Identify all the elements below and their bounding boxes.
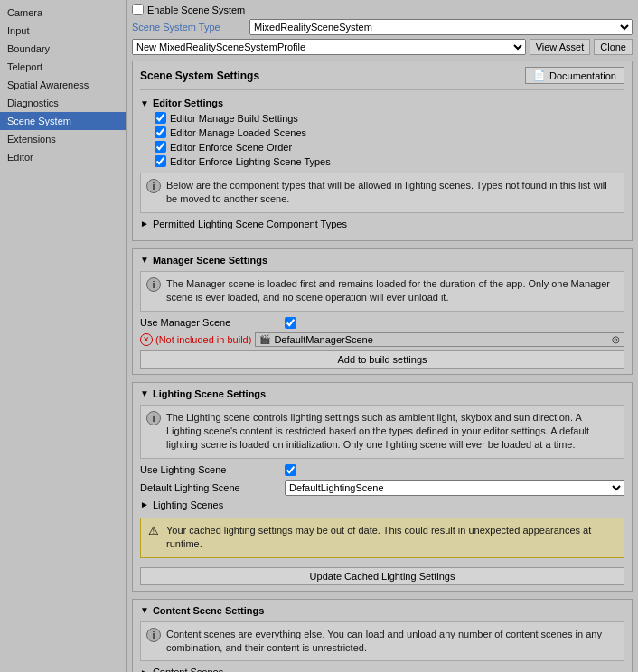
target-icon[interactable]: ◎ (612, 334, 620, 344)
info-icon-3: i (146, 411, 161, 425)
info-icon-2: i (146, 277, 161, 292)
lighting-scenes-label: Lighting Scenes (153, 499, 223, 510)
scene-system-settings-box: Scene System Settings 📄 Documentation ▼ … (132, 61, 633, 241)
manage-loaded-checkbox[interactable] (155, 126, 166, 138)
manager-settings-label: Manager Scene Settings (153, 255, 267, 266)
default-manager-scene-field: 🎬 DefaultManagerScene ◎ (255, 332, 624, 347)
scene-system-type-label: Scene System Type (132, 22, 249, 33)
editor-settings-label: Editor Settings (153, 98, 223, 108)
editor-settings-subsection: ▼ Editor Settings Editor Manage Build Se… (140, 98, 624, 229)
content-scene-settings-header[interactable]: ▼ Content Scene Settings (140, 605, 624, 616)
lighting-scenes-arrow: ► (140, 499, 149, 509)
clone-button[interactable]: Clone (594, 39, 633, 55)
doc-button-label: Documentation (549, 70, 616, 81)
sidebar-item-spatial-awareness[interactable]: Spatial Awareness (0, 76, 126, 94)
enforce-order-row: Editor Enforce Scene Order (155, 141, 624, 153)
permitted-arrow: ► (140, 219, 149, 229)
view-asset-button[interactable]: View Asset (530, 39, 591, 55)
enforce-lighting-row: Editor Enforce Lighting Scene Types (155, 155, 624, 167)
main-panel: Enable Scene System Scene System Type Mi… (127, 0, 638, 672)
content-scenes-arrow: ► (140, 667, 149, 672)
enforce-lighting-checkbox[interactable] (155, 155, 166, 167)
warn-text: Your cached lighting settings may be out… (166, 524, 618, 552)
default-lighting-select[interactable]: DefaultLightingScene (285, 480, 624, 496)
documentation-button[interactable]: 📄 Documentation (525, 67, 624, 84)
default-lighting-label: Default Lighting Scene (140, 482, 285, 493)
enable-scene-system-label: Enable Scene System (147, 5, 245, 15)
enforce-order-label: Editor Enforce Scene Order (170, 142, 292, 153)
content-info-box: i Content scenes are everything else. Yo… (140, 621, 624, 662)
editor-settings-arrow: ▼ (140, 98, 149, 108)
scene-system-settings-header: Scene System Settings 📄 Documentation (140, 67, 624, 84)
info-icon-4: i (146, 628, 161, 642)
sidebar-item-input[interactable]: Input (0, 22, 126, 40)
manager-info-box: i The Manager scene is loaded first and … (140, 271, 624, 312)
scene-icon: 🎬 (259, 334, 270, 344)
content-info-text: Content scenes are everything else. You … (166, 628, 618, 656)
scene-system-settings-title: Scene System Settings (140, 70, 259, 82)
sidebar-item-camera[interactable]: Camera (0, 4, 126, 22)
content-scenes-row[interactable]: ► Content Scenes (140, 667, 624, 672)
use-manager-row: Use Manager Scene (140, 317, 624, 329)
enforce-order-checkbox[interactable] (155, 141, 166, 153)
not-included-badge: ✕ (Not included in build) (140, 333, 251, 346)
sidebar-item-extensions[interactable]: Extensions (0, 130, 126, 148)
use-manager-label: Use Manager Scene (140, 317, 285, 328)
scene-system-type-select[interactable]: MixedRealitySceneSystem (249, 19, 633, 35)
default-lighting-row: Default Lighting Scene DefaultLightingSc… (140, 480, 624, 496)
add-build-button[interactable]: Add to build settings (140, 350, 624, 369)
manage-loaded-row: Editor Manage Loaded Scenes (155, 126, 624, 138)
manager-scene-settings-box: ▼ Manager Scene Settings i The Manager s… (132, 248, 633, 375)
sidebar-item-scene-system[interactable]: Scene System (0, 112, 126, 130)
divider-1 (140, 89, 624, 90)
manage-build-row: Editor Manage Build Settings (155, 112, 624, 124)
sidebar-item-diagnostics[interactable]: Diagnostics (0, 94, 126, 112)
lighting-scene-info-text: The Lighting scene controls lighting set… (166, 411, 618, 453)
lighting-scene-settings-header[interactable]: ▼ Lighting Scene Settings (140, 388, 624, 399)
use-manager-checkbox[interactable] (285, 317, 296, 329)
content-settings-arrow: ▼ (140, 605, 149, 615)
not-included-row: ✕ (Not included in build) 🎬 DefaultManag… (140, 332, 624, 347)
sidebar: CameraInputBoundaryTeleportSpatial Aware… (0, 0, 127, 672)
info-icon-1: i (146, 179, 161, 193)
use-lighting-checkbox[interactable] (285, 464, 296, 476)
use-lighting-row: Use Lighting Scene (140, 464, 624, 476)
enable-scene-system-checkbox[interactable] (132, 4, 144, 15)
manage-build-label: Editor Manage Build Settings (170, 113, 298, 124)
manager-scene-settings-header[interactable]: ▼ Manager Scene Settings (140, 255, 624, 266)
sidebar-item-editor[interactable]: Editor (0, 148, 126, 166)
scene-system-type-row: Scene System Type MixedRealitySceneSyste… (132, 19, 633, 35)
profile-row: New MixedRealitySceneSystemProfile View … (132, 39, 633, 55)
enforce-lighting-label: Editor Enforce Lighting Scene Types (170, 156, 331, 167)
lighting-scene-settings-box: ▼ Lighting Scene Settings i The Lighting… (132, 382, 633, 592)
permitted-label: Permitted Lighting Scene Component Types (153, 219, 347, 229)
profile-select[interactable]: New MixedRealitySceneSystemProfile (132, 39, 526, 55)
default-lighting-dropdown[interactable]: DefaultLightingScene (285, 480, 624, 496)
lighting-settings-arrow: ▼ (140, 388, 149, 398)
enable-scene-system-row: Enable Scene System (132, 4, 633, 15)
warn-box: ⚠ Your cached lighting settings may be o… (140, 518, 624, 558)
lighting-scene-info-box: i The Lighting scene controls lighting s… (140, 405, 624, 459)
default-manager-scene-value: DefaultManagerScene (274, 334, 372, 345)
lighting-info-box: i Below are the component types that wil… (140, 173, 624, 213)
lighting-settings-label: Lighting Scene Settings (153, 388, 266, 399)
editor-settings-header[interactable]: ▼ Editor Settings (140, 98, 624, 108)
warn-icon: ⚠ (146, 524, 161, 538)
manager-info-text: The Manager scene is loaded first and re… (166, 277, 618, 305)
not-included-label: (Not included in build) (155, 334, 251, 345)
circle-x-icon: ✕ (140, 333, 153, 346)
content-scenes-label: Content Scenes (153, 667, 223, 672)
permitted-row[interactable]: ► Permitted Lighting Scene Component Typ… (140, 219, 624, 229)
lighting-info-text: Below are the component types that will … (166, 179, 618, 207)
update-cached-button[interactable]: Update Cached Lighting Settings (140, 567, 624, 585)
manage-loaded-label: Editor Manage Loaded Scenes (170, 127, 306, 138)
sidebar-item-teleport[interactable]: Teleport (0, 58, 126, 76)
sidebar-item-boundary[interactable]: Boundary (0, 40, 126, 58)
manage-build-checkbox[interactable] (155, 112, 166, 124)
doc-icon: 📄 (533, 70, 546, 81)
lighting-scenes-row[interactable]: ► Lighting Scenes (140, 499, 624, 510)
content-scene-settings-box: ▼ Content Scene Settings i Content scene… (132, 599, 633, 672)
manager-settings-arrow: ▼ (140, 255, 149, 265)
content-settings-label: Content Scene Settings (153, 605, 264, 616)
use-lighting-label: Use Lighting Scene (140, 464, 285, 475)
